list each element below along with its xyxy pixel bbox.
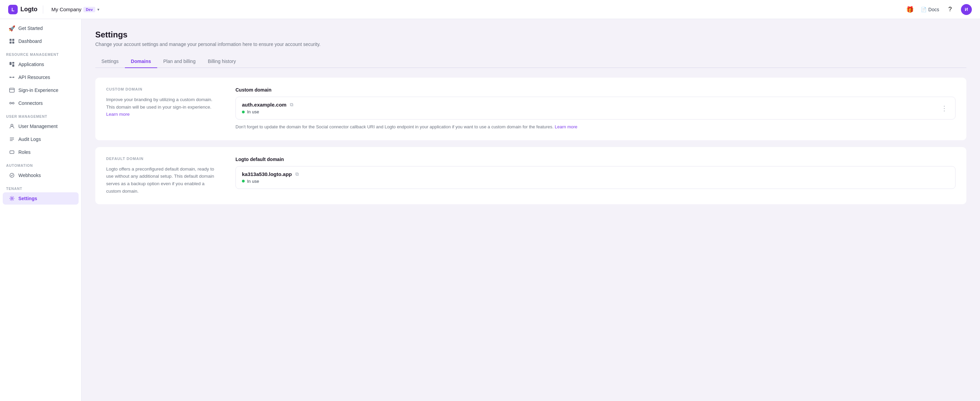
sidebar-label-webhooks: Webhooks — [18, 173, 41, 178]
settings-icon — [9, 196, 15, 202]
avatar[interactable]: И — [961, 4, 972, 15]
user-management-icon — [9, 123, 15, 129]
sidebar-label-settings: Settings — [18, 196, 37, 201]
sidebar-item-user-management[interactable]: User Management — [3, 120, 79, 132]
main-content: Settings Change your account settings an… — [82, 19, 980, 401]
api-resources-icon — [9, 74, 15, 80]
svg-rect-5 — [12, 62, 14, 64]
sidebar-item-signin-experience[interactable]: Sign-in Experience — [3, 84, 79, 96]
custom-domain-name-row: auth.example.com ⧉ — [242, 102, 293, 108]
svg-rect-4 — [10, 62, 11, 65]
sidebar-item-webhooks[interactable]: Webhooks — [3, 169, 79, 181]
default-domain-left: DEFAULT DOMAIN Logto offers a preconfigu… — [106, 157, 215, 195]
tab-billing-history[interactable]: Billing history — [202, 55, 242, 68]
docs-link[interactable]: 📄 Docs — [921, 7, 939, 12]
svg-rect-2 — [10, 41, 11, 44]
svg-rect-10 — [10, 88, 14, 92]
sidebar-item-audit-logs[interactable]: Audit Logs — [3, 133, 79, 145]
custom-domain-status-row: In use — [242, 109, 293, 115]
page-subtitle: Change your account settings and manage … — [95, 41, 966, 47]
custom-domain-info: auth.example.com ⧉ In use — [242, 102, 293, 115]
sidebar-item-roles[interactable]: Roles — [3, 146, 79, 158]
svg-point-15 — [11, 124, 13, 126]
default-domain-card: DEFAULT DOMAIN Logto offers a preconfigu… — [95, 147, 966, 204]
webhooks-icon — [9, 172, 15, 178]
sidebar-section-automation: AUTOMATION — [0, 159, 81, 169]
topnav-right: 🎁 📄 Docs ? И — [904, 4, 972, 15]
default-domain-status-row: In use — [242, 179, 299, 184]
sidebar-item-connectors[interactable]: Connectors — [3, 97, 79, 109]
sidebar-label-get-started: Get Started — [18, 25, 43, 31]
tab-domains[interactable]: Domains — [125, 55, 157, 68]
tab-plan-billing[interactable]: Plan and billing — [157, 55, 202, 68]
svg-point-23 — [11, 198, 13, 199]
settings-tabs: Settings Domains Plan and billing Billin… — [95, 55, 966, 68]
company-selector[interactable]: My Company Dev ▾ — [49, 5, 102, 14]
default-domain-name: ka313a530.logto.app — [242, 171, 292, 177]
sidebar-label-applications: Applications — [18, 62, 44, 67]
default-domain-info: ka313a530.logto.app ⧉ In use — [242, 171, 299, 184]
layout: 🚀 Get Started Dashboard RESOURCE MANAGEM… — [0, 19, 980, 401]
chevron-down-icon: ▾ — [97, 7, 99, 12]
nav-divider — [43, 5, 43, 14]
status-dot-active — [242, 111, 245, 113]
default-domain-section-label: DEFAULT DOMAIN — [106, 157, 215, 161]
svg-point-12 — [10, 102, 11, 104]
copy-default-icon[interactable]: ⧉ — [295, 171, 299, 177]
sidebar-label-connectors: Connectors — [18, 100, 43, 106]
logo-icon: L — [8, 5, 18, 14]
applications-icon — [9, 61, 15, 67]
logo: L Logto — [8, 5, 37, 14]
sidebar-section-user-management: USER MANAGEMENT — [0, 110, 81, 120]
default-domain-status: In use — [247, 179, 259, 184]
custom-domain-box: auth.example.com ⧉ In use ⋮ — [235, 97, 956, 119]
custom-domain-section-label: CUSTOM DOMAIN — [106, 87, 215, 91]
tab-settings[interactable]: Settings — [95, 55, 125, 68]
sidebar-label-audit-logs: Audit Logs — [18, 137, 41, 142]
custom-domain-learn-more[interactable]: Learn more — [106, 111, 130, 117]
sidebar-item-get-started[interactable]: 🚀 Get Started — [3, 22, 79, 34]
custom-domain-right-label: Custom domain — [235, 87, 956, 92]
custom-domain-card: CUSTOM DOMAIN Improve your branding by u… — [95, 78, 966, 140]
sidebar-label-user-management: User Management — [18, 124, 57, 129]
topnav: L Logto My Company Dev ▾ 🎁 📄 Docs ? И — [0, 0, 980, 19]
dashboard-icon — [9, 38, 15, 44]
company-name: My Company — [51, 6, 81, 12]
default-domain-name-row: ka313a530.logto.app ⧉ — [242, 171, 299, 177]
roles-icon — [9, 149, 15, 155]
logo-label: Logto — [21, 6, 37, 13]
gift-icon[interactable]: 🎁 — [904, 4, 915, 15]
svg-rect-19 — [10, 151, 14, 154]
sidebar-item-dashboard[interactable]: Dashboard — [3, 35, 79, 47]
help-icon[interactable]: ? — [945, 4, 956, 15]
svg-rect-1 — [12, 39, 14, 41]
sidebar-label-roles: Roles — [18, 150, 30, 155]
default-domain-description: Logto offers a preconfigured default dom… — [106, 165, 215, 195]
svg-rect-3 — [12, 41, 14, 44]
svg-point-13 — [13, 102, 14, 104]
default-domain-right: Logto default domain ka313a530.logto.app… — [235, 157, 956, 195]
connectors-icon — [9, 100, 15, 106]
default-domain-box: ka313a530.logto.app ⧉ In use — [235, 166, 956, 189]
rocket-icon: 🚀 — [9, 25, 15, 31]
docs-icon: 📄 — [921, 7, 927, 12]
custom-domain-note: Don't forget to update the domain for th… — [235, 124, 956, 131]
sidebar-section-resource-management: RESOURCE MANAGEMENT — [0, 48, 81, 58]
sidebar-label-api-resources: API Resources — [18, 75, 50, 80]
svg-rect-6 — [12, 64, 14, 67]
audit-logs-icon — [9, 136, 15, 142]
custom-domain-description: Improve your branding by utilizing a cus… — [106, 96, 215, 118]
signin-icon — [9, 87, 15, 93]
sidebar-item-api-resources[interactable]: API Resources — [3, 71, 79, 83]
domain-note-learn-more[interactable]: Learn more — [555, 124, 577, 129]
sidebar-item-settings[interactable]: Settings — [3, 193, 79, 205]
custom-domain-left: CUSTOM DOMAIN Improve your branding by u… — [106, 87, 215, 131]
copy-icon[interactable]: ⧉ — [290, 102, 293, 108]
default-status-dot — [242, 180, 245, 183]
custom-domain-right: Custom domain auth.example.com ⧉ In use … — [235, 87, 956, 131]
svg-point-8 — [13, 76, 14, 78]
sidebar-item-applications[interactable]: Applications — [3, 58, 79, 70]
sidebar-section-tenant: TENANT — [0, 182, 81, 192]
more-options-icon[interactable]: ⋮ — [940, 103, 949, 114]
page-title: Settings — [95, 30, 966, 40]
